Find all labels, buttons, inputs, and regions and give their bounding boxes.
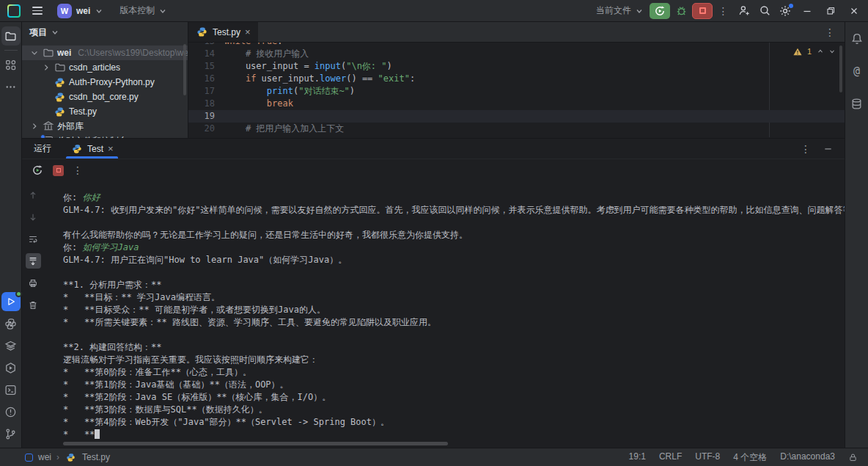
version-control-tool-button[interactable] [1,424,21,443]
database-button[interactable] [847,94,867,113]
console-line: 你: 如何学习Java [63,241,845,254]
run-tab-close-icon[interactable]: × [108,144,114,153]
project-panel-header[interactable]: 项目 [22,22,188,43]
editor-tab-testpy[interactable]: Test.py × [188,22,258,42]
soft-wrap-button[interactable] [26,231,41,247]
titlebar-right: 当前文件 ⋮ [592,0,865,21]
minimize-button[interactable] [796,1,818,21]
tree-item-label: Test.py [69,106,97,117]
status-item[interactable]: 19:1 [629,451,646,464]
rerun-button[interactable] [31,164,44,177]
python-console-tool-button[interactable] [1,314,21,333]
down-stacktrace-button[interactable] [26,209,41,225]
console-output[interactable]: 你: 你好GLM-4.7: 收到用户发来的"你好"这样简单的问候，需要以友好自然… [44,181,845,448]
stop-process-button[interactable] [53,165,64,176]
lib-icon [42,120,54,132]
console-toolbar [22,181,44,448]
run-toolbar-more-icon[interactable]: ⋮ [73,164,84,176]
statusbar-breadcrumb[interactable]: wei › Test.py [25,451,110,463]
main-menu-icon[interactable] [29,4,45,18]
terminal-icon [4,384,17,396]
status-item[interactable]: 4 个空格 [733,451,767,464]
line-text: # 接收用户输入 [224,48,309,60]
tree-item[interactable]: 外部库 [22,119,188,134]
code-area[interactable]: 13while True:14 # 接收用户输入15 user_input = … [188,43,845,137]
run-panel-more-icon[interactable]: ⋮ [801,143,812,155]
more-tools-button[interactable] [1,77,21,96]
close-button[interactable] [843,1,865,21]
problems-tool-button[interactable] [1,402,21,421]
scroll-to-end-button[interactable] [26,253,41,269]
code-line: 20 # 把用户输入加入上下文 [188,123,845,135]
editor-more-icon[interactable]: ⋮ [825,26,845,38]
restore-button[interactable] [820,1,842,21]
services-tool-button[interactable] [1,336,21,355]
project-widget[interactable]: W wei [54,2,106,20]
code-line: 17 print("对话结束~") [188,85,845,98]
chevron-spacer [41,107,51,116]
chevron-down-icon [51,28,59,37]
print-button[interactable] [26,275,41,291]
tree-item[interactable]: csdn_articles [22,60,188,75]
status-item[interactable]: UTF-8 [695,451,720,464]
terminal-tool-button[interactable] [1,380,21,399]
close-icon [849,6,859,16]
prev-problem-icon[interactable] [817,48,824,55]
settings-notification-dot [789,4,793,8]
tree-item[interactable]: Test.py [22,104,188,119]
line-number: 18 [188,98,215,110]
python-file-icon [196,26,208,38]
code-line: 14 # 接收用户输入 [188,48,845,60]
console-hscrollbar[interactable] [63,442,448,445]
git-branch-icon [4,428,17,440]
titlebar-left: W wei 版本控制 [7,0,172,21]
strip-divider [4,50,18,51]
console-line [63,216,845,229]
search-button[interactable] [755,2,774,20]
tab-close-icon[interactable]: × [245,27,251,37]
lock-icon[interactable] [848,453,858,462]
chevron-right-icon[interactable] [41,63,51,72]
editor-tabbar: Test.py × ⋮ [188,22,845,43]
run-tab-test[interactable]: Test × [63,139,121,159]
status-item[interactable]: CRLF [659,451,682,464]
up-stacktrace-button[interactable] [26,187,41,203]
stop-icon [56,168,61,172]
py-icon [54,76,66,88]
soft-wrap-icon [28,234,38,244]
tree-item[interactable]: weiC:\Users\ws199\Desktop\wei [22,45,188,60]
tree-item[interactable]: csdn_bot_core.py [22,90,188,104]
structure-tool-button[interactable] [1,55,21,74]
next-problem-icon[interactable] [828,48,836,55]
clear-console-button[interactable] [26,297,41,313]
warning-icon [793,48,802,56]
project-tool-button[interactable] [1,26,21,45]
tree-item[interactable]: Auth-Proxy-Python.py [22,75,188,90]
settings-button[interactable] [776,2,795,20]
ai-assistant-button[interactable]: @ [847,62,867,81]
project-scrollbar[interactable] [183,44,186,95]
debug-button[interactable] [672,2,691,20]
run-panel-title: 运行 [22,142,63,155]
add-user-button[interactable] [735,2,754,20]
statusbar-widgets: 19:1CRLFUTF-84 个空格D:\anaconda3 [629,451,858,464]
chevron-down-icon[interactable] [29,48,39,57]
inspection-widget[interactable]: 1 [793,47,836,56]
hide-panel-icon[interactable] [823,144,833,153]
status-item[interactable]: D:\anaconda3 [780,451,835,464]
python-packages-tool-button[interactable] [1,358,21,377]
chevron-down-icon [635,7,644,15]
console-line [63,329,845,341]
editor-scrollbar[interactable] [839,45,842,92]
arrow-up-icon [28,190,38,200]
notifications-button[interactable] [847,29,867,48]
pycharm-window: W wei 版本控制 当前文件 [0,0,868,466]
chevron-right-icon[interactable] [29,122,39,131]
stop-button[interactable] [692,3,713,19]
vcs-widget[interactable]: 版本控制 [115,2,172,19]
run-tool-button[interactable] [1,292,21,311]
debug-icon [675,4,688,17]
run-button[interactable] [650,3,670,19]
run-config-selector[interactable]: 当前文件 [592,2,648,19]
more-actions-button[interactable]: ⋮ [714,2,733,20]
